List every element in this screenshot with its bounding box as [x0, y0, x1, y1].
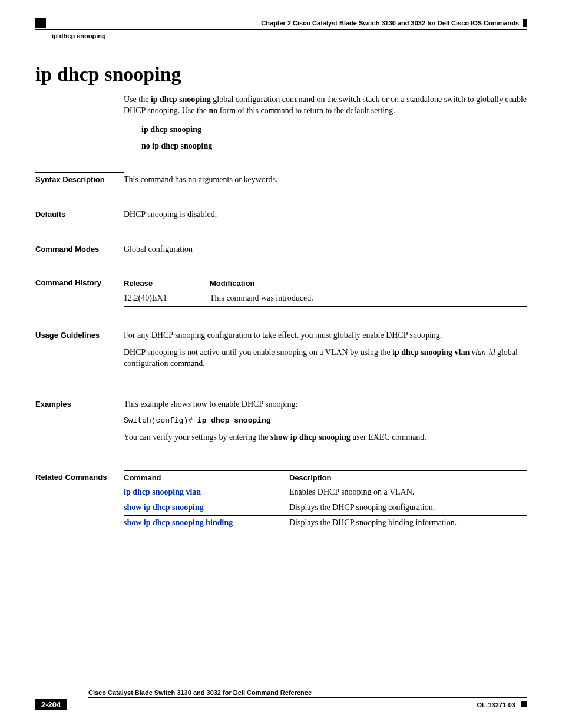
section-content: This example shows how to enable DHCP sn…	[124, 397, 527, 449]
example-verify: You can verify your settings by entering…	[124, 432, 527, 443]
intro-text: form of this command to return to the de…	[217, 106, 395, 115]
header-left-marker	[35, 18, 52, 28]
footer-doc-title: Cisco Catalyst Blade Switch 3130 and 303…	[88, 689, 527, 696]
section-related-commands: Related Commands Command Description ip …	[35, 470, 527, 531]
verify-bold: show ip dhcp snooping	[270, 433, 351, 442]
related-commands-table: Command Description ip dhcp snooping vla…	[124, 470, 527, 531]
page-number: 2-204	[35, 699, 67, 710]
col-command: Command	[124, 470, 289, 485]
history-table: Release Modification 12.2(40)EX1 This co…	[124, 276, 527, 306]
section-content: For any DHCP snooping configuration to t…	[124, 328, 527, 375]
col-modification: Modification	[210, 276, 527, 291]
cmd-form-off: no ip dhcp snooping	[141, 141, 527, 151]
section-label: Usage Guidelines	[35, 328, 124, 340]
section-command-history: Command History Release Modification 12.…	[35, 276, 527, 306]
page-header: Chapter 2 Cisco Catalyst Blade Switch 31…	[35, 18, 527, 39]
related-desc: Displays the DHCP snooping binding infor…	[289, 516, 527, 531]
page-footer: Cisco Catalyst Blade Switch 3130 and 303…	[35, 689, 527, 710]
section-label: Related Commands	[35, 470, 124, 482]
cell-release: 12.2(40)EX1	[124, 291, 210, 307]
example-intro: This example shows how to enable DHCP sn…	[124, 399, 527, 410]
footer-right: OL-13271-03	[477, 701, 527, 709]
table-row: show ip dhcp snooping binding Displays t…	[124, 516, 527, 531]
usage-italic: vlan-id	[472, 348, 495, 357]
usage-bold: ip dhcp snooping vlan	[392, 348, 470, 357]
related-link[interactable]: ip dhcp snooping vlan	[124, 485, 289, 500]
header-subtitle: ip dhcp snooping	[52, 32, 527, 39]
table-row: show ip dhcp snooping Displays the DHCP …	[124, 500, 527, 516]
footer-doc-id: OL-13271-03	[477, 701, 515, 709]
related-desc: Enables DHCP snooping on a VLAN.	[289, 485, 527, 500]
usage-text: DHCP snooping is not active until you en…	[124, 348, 392, 357]
table-header-row: Release Modification	[124, 276, 527, 291]
section-label: Command Modes	[35, 242, 124, 253]
section-label: Examples	[35, 397, 124, 409]
cmd-form-on: ip dhcp snooping	[141, 125, 527, 134]
command-forms: ip dhcp snooping no ip dhcp snooping	[141, 125, 527, 151]
related-desc: Displays the DHCP snooping configuration…	[289, 500, 527, 516]
header-square-icon	[35, 18, 46, 28]
col-description: Description	[289, 470, 527, 485]
header-chapter: Chapter 2 Cisco Catalyst Blade Switch 31…	[261, 19, 527, 27]
usage-p1: For any DHCP snooping configuration to t…	[124, 330, 527, 341]
section-examples: Examples This example shows how to enabl…	[35, 397, 527, 449]
page-title: ip dhcp snooping	[35, 63, 527, 85]
page: Chapter 2 Cisco Catalyst Blade Switch 31…	[0, 0, 562, 728]
table-row: 12.2(40)EX1 This command was introduced.	[124, 291, 527, 307]
cell-modification: This command was introduced.	[210, 291, 527, 307]
example-code: Switch(config)# ip dhcp snooping	[124, 416, 527, 426]
related-link[interactable]: show ip dhcp snooping	[124, 500, 289, 516]
example-cmd: ip dhcp snooping	[197, 416, 271, 425]
section-label: Defaults	[35, 207, 124, 219]
section-defaults: Defaults DHCP snooping is disabled.	[35, 207, 527, 220]
section-syntax: Syntax Description This command has no a…	[35, 172, 527, 186]
intro-text: Use the	[124, 95, 151, 104]
usage-p2: DHCP snooping is not active until you en…	[124, 347, 527, 370]
verify-text: You can verify your settings by entering…	[124, 433, 270, 442]
footer-square-icon	[521, 701, 527, 707]
section-label: Syntax Description	[35, 172, 124, 184]
section-command-modes: Command Modes Global configuration	[35, 242, 527, 255]
intro-bold-cmd: ip dhcp snooping	[151, 95, 211, 104]
table-row: ip dhcp snooping vlan Enables DHCP snoop…	[124, 485, 527, 500]
section-label: Command History	[35, 276, 124, 287]
table-header-row: Command Description	[124, 470, 527, 485]
col-release: Release	[124, 276, 210, 291]
related-link[interactable]: show ip dhcp snooping binding	[124, 516, 289, 531]
section-content: Global configuration	[124, 242, 527, 255]
section-content: DHCP snooping is disabled.	[124, 207, 527, 220]
intro-block: Use the ip dhcp snooping global configur…	[124, 94, 527, 151]
example-prompt: Switch(config)#	[124, 416, 197, 425]
section-content: This command has no arguments or keyword…	[124, 172, 527, 186]
section-usage-guidelines: Usage Guidelines For any DHCP snooping c…	[35, 328, 527, 375]
verify-text: user EXEC command.	[351, 433, 427, 442]
intro-bold-no: no	[209, 106, 218, 115]
